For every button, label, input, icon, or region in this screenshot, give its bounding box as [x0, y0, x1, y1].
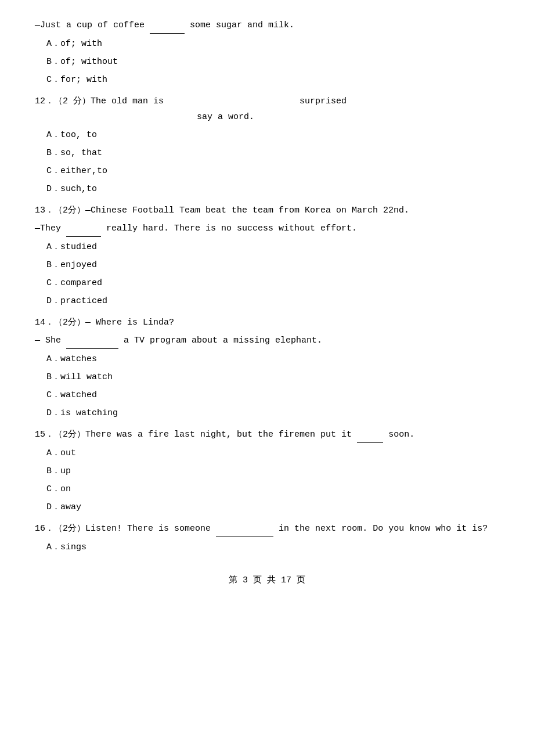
q14-line2: — She a TV program about a missing eleph… [35, 333, 499, 349]
question-16-block: 16．（2分）Listen! There is someone in the n… [35, 521, 499, 555]
page-content: —Just a cup of coffee some sugar and mil… [35, 17, 499, 555]
q14-option-c: C．watched [46, 387, 499, 403]
q16-option-a: A．sings [46, 539, 499, 555]
q13-line1: 13．（2分）—Chinese Football Team beat the t… [35, 203, 499, 218]
q12-middle: surprised [300, 96, 347, 106]
q12-option-c: C．either,to [46, 163, 499, 179]
q13-line2: —They really hard. There is no success w… [35, 221, 499, 237]
q13-blank [66, 221, 101, 237]
q14-option-a: A．watches [46, 351, 499, 367]
q15-option-c: C．on [46, 481, 499, 497]
q15-option-d: D．away [46, 499, 499, 515]
q13-line2-start: —They [35, 224, 61, 233]
q15-end: soon. [388, 430, 414, 440]
q12-line: 12．（2 分）The old man is surprised say a w… [35, 93, 499, 125]
q15-label: 15．（2分）There was a fire last night, but … [35, 430, 352, 440]
page-footer: 第 3 页 共 17 页 [35, 573, 499, 588]
q15-blank [357, 427, 383, 443]
q13-option-c: C．compared [46, 275, 499, 291]
q14-option-b: B．will watch [46, 369, 499, 385]
q14-blank [66, 333, 118, 349]
q16-end: in the next room. Do you know who it is? [279, 524, 488, 534]
intro-block: —Just a cup of coffee some sugar and mil… [35, 17, 499, 88]
intro-text-before: —Just a cup of coffee [35, 20, 145, 30]
q14-option-d: D．is watching [46, 405, 499, 421]
q13-option-d: D．practiced [46, 293, 499, 309]
q13-option-a: A．studied [46, 239, 499, 255]
q11-option-c: C．for; with [46, 72, 499, 88]
intro-blank [150, 17, 185, 34]
q13-option-b: B．enjoyed [46, 257, 499, 273]
question-12-block: 12．（2 分）The old man is surprised say a w… [35, 93, 499, 197]
q11-option-b: B．of; without [46, 54, 499, 70]
q16-line: 16．（2分）Listen! There is someone in the n… [35, 521, 499, 537]
q14-line2-start: — She [35, 336, 61, 345]
q13-line2-end: really hard. There is no success without… [106, 224, 357, 233]
q12-end: say a word. [197, 112, 254, 122]
intro-text-after: some sugar and milk. [190, 20, 294, 30]
q14-line1: 14．（2分）— Where is Linda? [35, 315, 499, 330]
q14-line2-end: a TV program about a missing elephant. [124, 336, 322, 345]
footer-text: 第 3 页 共 17 页 [229, 575, 305, 585]
q12-option-b: B．so, that [46, 145, 499, 161]
q15-line: 15．（2分）There was a fire last night, but … [35, 427, 499, 443]
q12-label: 12．（2 分）The old man is [35, 96, 164, 106]
q15-option-a: A．out [46, 445, 499, 461]
intro-line: —Just a cup of coffee some sugar and mil… [35, 17, 499, 34]
question-14-block: 14．（2分）— Where is Linda? — She a TV prog… [35, 315, 499, 421]
q15-option-b: B．up [46, 463, 499, 479]
question-15-block: 15．（2分）There was a fire last night, but … [35, 427, 499, 515]
q16-label: 16．（2分）Listen! There is someone [35, 524, 211, 534]
question-13-block: 13．（2分）—Chinese Football Team beat the t… [35, 203, 499, 309]
q12-option-d: D．such,to [46, 181, 499, 197]
q16-blank [216, 521, 273, 537]
q11-option-a: A．of; with [46, 36, 499, 52]
q12-option-a: A．too, to [46, 127, 499, 143]
